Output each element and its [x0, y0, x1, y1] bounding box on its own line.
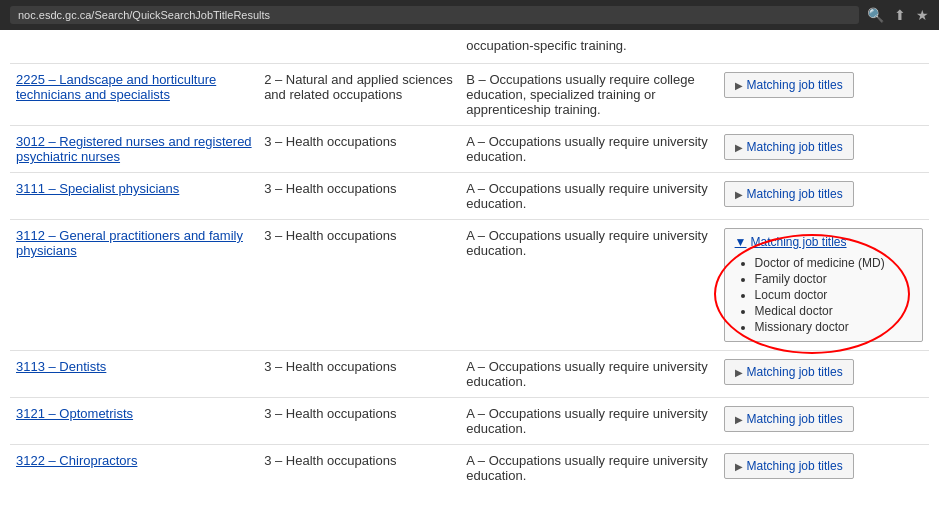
cell-title-3113: 3113 – Dentists — [10, 351, 258, 398]
cell-match-partial — [718, 30, 929, 64]
table-row: 3122 – Chiropractors 3 – Health occupati… — [10, 445, 929, 492]
cell-broad-3121: 3 – Health occupations — [258, 398, 460, 445]
cell-edu-3122: A – Occupations usually require universi… — [460, 445, 717, 492]
cell-edu-3113: A – Occupations usually require universi… — [460, 351, 717, 398]
arrow-icon-3111: ▶ — [735, 189, 743, 200]
expanded-match-box: ▼ Matching job titles Doctor of medicine… — [724, 228, 923, 342]
expand-title-3112[interactable]: ▼ Matching job titles — [735, 235, 912, 249]
cell-match-3012: ▶ Matching job titles — [718, 126, 929, 173]
link-3012[interactable]: 3012 – Registered nurses and registered … — [16, 134, 252, 164]
bookmark-icon[interactable]: ★ — [916, 7, 929, 23]
match-btn-3121[interactable]: ▶ Matching job titles — [724, 406, 854, 432]
match-btn-2225[interactable]: ▶ Matching job titles — [724, 72, 854, 98]
cell-broad-3112: 3 – Health occupations — [258, 220, 460, 351]
list-item: Doctor of medicine (MD) — [755, 255, 912, 271]
arrow-icon-3113: ▶ — [735, 367, 743, 378]
down-arrow-icon: ▼ — [735, 235, 747, 249]
cell-title-3121: 3121 – Optometrists — [10, 398, 258, 445]
browser-url: noc.esdc.gc.ca/Search/QuickSearchJobTitl… — [10, 6, 859, 24]
share-icon[interactable]: ⬆ — [894, 7, 906, 23]
cell-match-2225: ▶ Matching job titles — [718, 64, 929, 126]
arrow-icon-3122: ▶ — [735, 461, 743, 472]
cell-broad-3113: 3 – Health occupations — [258, 351, 460, 398]
cell-broad-2225: 2 – Natural and applied sciences and rel… — [258, 64, 460, 126]
arrow-icon-2225: ▶ — [735, 80, 743, 91]
cell-match-3113: ▶ Matching job titles — [718, 351, 929, 398]
cell-match-3111: ▶ Matching job titles — [718, 173, 929, 220]
link-3113[interactable]: 3113 – Dentists — [16, 359, 106, 374]
cell-broad-3111: 3 – Health occupations — [258, 173, 460, 220]
list-item: Locum doctor — [755, 287, 912, 303]
match-btn-3012[interactable]: ▶ Matching job titles — [724, 134, 854, 160]
cell-broad-3012: 3 – Health occupations — [258, 126, 460, 173]
cell-title-3111: 3111 – Specialist physicians — [10, 173, 258, 220]
browser-icons: 🔍 ⬆ ★ — [867, 7, 929, 23]
table-row: 3111 – Specialist physicians 3 – Health … — [10, 173, 929, 220]
job-titles-list: Doctor of medicine (MD) Family doctor Lo… — [735, 255, 912, 335]
table-row: 3012 – Registered nurses and registered … — [10, 126, 929, 173]
list-item: Missionary doctor — [755, 319, 912, 335]
link-2225[interactable]: 2225 – Landscape and horticulture techni… — [16, 72, 216, 102]
cell-edu-3111: A – Occupations usually require universi… — [460, 173, 717, 220]
cell-title-partial — [10, 30, 258, 64]
table-row: 2225 – Landscape and horticulture techni… — [10, 64, 929, 126]
match-btn-3113[interactable]: ▶ Matching job titles — [724, 359, 854, 385]
cell-edu-2225: B – Occupations usually require college … — [460, 64, 717, 126]
cell-edu-partial: occupation-specific training. — [460, 30, 717, 64]
list-item: Family doctor — [755, 271, 912, 287]
browser-bar: noc.esdc.gc.ca/Search/QuickSearchJobTitl… — [0, 0, 939, 30]
cell-edu-3012: A – Occupations usually require universi… — [460, 126, 717, 173]
table-row: 3121 – Optometrists 3 – Health occupatio… — [10, 398, 929, 445]
arrow-icon-3121: ▶ — [735, 414, 743, 425]
page-content: occupation-specific training. 2225 – Lan… — [0, 30, 939, 518]
link-3121[interactable]: 3121 – Optometrists — [16, 406, 133, 421]
table-row-expanded: 3112 – General practitioners and family … — [10, 220, 929, 351]
table-row-partial: occupation-specific training. — [10, 30, 929, 64]
cell-title-2225: 2225 – Landscape and horticulture techni… — [10, 64, 258, 126]
table-row: 3113 – Dentists 3 – Health occupations A… — [10, 351, 929, 398]
link-3122[interactable]: 3122 – Chiropractors — [16, 453, 137, 468]
arrow-icon-3012: ▶ — [735, 142, 743, 153]
cell-broad-3122: 3 – Health occupations — [258, 445, 460, 492]
results-table: occupation-specific training. 2225 – Lan… — [10, 30, 929, 491]
cell-broad-partial — [258, 30, 460, 64]
link-3111[interactable]: 3111 – Specialist physicians — [16, 181, 179, 196]
cell-title-3012: 3012 – Registered nurses and registered … — [10, 126, 258, 173]
cell-title-3122: 3122 – Chiropractors — [10, 445, 258, 492]
match-btn-3122[interactable]: ▶ Matching job titles — [724, 453, 854, 479]
cell-match-3122: ▶ Matching job titles — [718, 445, 929, 492]
cell-title-3112: 3112 – General practitioners and family … — [10, 220, 258, 351]
link-3112[interactable]: 3112 – General practitioners and family … — [16, 228, 243, 258]
cell-match-3121: ▶ Matching job titles — [718, 398, 929, 445]
cell-match-3112: ▼ Matching job titles Doctor of medicine… — [718, 220, 929, 351]
cell-edu-3112: A – Occupations usually require universi… — [460, 220, 717, 351]
search-icon[interactable]: 🔍 — [867, 7, 884, 23]
cell-edu-3121: A – Occupations usually require universi… — [460, 398, 717, 445]
list-item: Medical doctor — [755, 303, 912, 319]
match-btn-3111[interactable]: ▶ Matching job titles — [724, 181, 854, 207]
